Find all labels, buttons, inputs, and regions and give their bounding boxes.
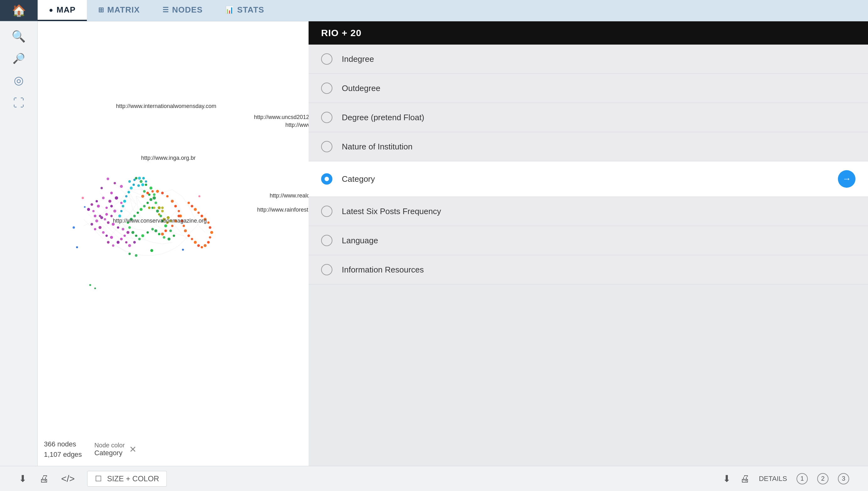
option-indegree[interactable]: Indegree [309,45,868,74]
svg-point-167 [105,213,108,216]
svg-point-149 [102,231,104,234]
size-color-label: SIZE + COLOR [107,474,159,483]
svg-point-249 [145,180,147,182]
code-icon[interactable]: </> [61,473,74,484]
details-circle-1[interactable]: 1 [797,473,808,484]
radio-nature[interactable] [321,141,332,152]
close-node-color-button[interactable]: ✕ [129,444,136,455]
svg-point-157 [128,244,131,247]
svg-line-14 [144,220,156,223]
svg-line-101 [113,232,120,239]
tab-nodes[interactable]: ☰ NODES [151,0,214,21]
option-outdegree[interactable]: Outdegree [309,74,868,103]
svg-point-201 [137,211,139,214]
option-degree-float[interactable]: Degree (pretend Float) [309,103,868,132]
radio-indegree[interactable] [321,53,332,65]
download-right-icon[interactable]: ⬇ [723,473,731,484]
svg-point-236 [197,211,199,214]
main-layout: 🔍 🔎 ◎ ⛶ [0,21,868,466]
svg-line-84 [197,220,202,226]
svg-point-244 [178,215,180,217]
matrix-tab-icon: ⊞ [98,6,104,14]
zoom-out-icon[interactable]: 🔎 [12,53,25,63]
option-latest-six-label: Latest Six Posts Frequency [342,207,856,216]
radio-latest-six[interactable] [321,206,332,217]
svg-point-181 [156,210,159,212]
svg-point-213 [156,190,159,193]
radio-category[interactable] [321,173,332,184]
option-outdegree-label: Outdegree [342,84,856,93]
svg-point-228 [204,244,206,247]
svg-line-16 [169,209,177,219]
svg-point-174 [145,184,147,186]
svg-point-263 [161,210,164,212]
svg-line-74 [116,246,124,251]
fullscreen-icon[interactable]: ⛶ [13,97,25,109]
home-icon: 🏠 [12,4,26,17]
svg-point-173 [140,180,143,183]
option-category[interactable]: Category → [309,162,868,197]
svg-point-191 [151,228,154,230]
tab-matrix[interactable]: ⊞ MATRIX [87,0,151,21]
svg-point-136 [108,200,111,202]
svg-point-277 [94,288,96,289]
zoom-in-icon[interactable]: 🔍 [11,31,26,42]
option-latest-six[interactable]: Latest Six Posts Frequency [309,197,868,226]
radio-degree-float[interactable] [321,112,332,123]
map-area[interactable]: http://www.internationalwomensday.com ht… [38,21,309,466]
download-icon[interactable]: ⬇ [19,473,27,484]
svg-line-44 [113,228,121,234]
svg-line-128 [129,198,136,204]
radio-outdegree[interactable] [321,83,332,94]
network-graph [38,21,309,466]
option-degree-float-label: Degree (pretend Float) [342,113,856,122]
svg-point-211 [147,192,149,194]
svg-point-166 [100,216,103,219]
svg-point-253 [130,186,133,189]
node-color-value: Category [94,449,125,457]
svg-point-204 [147,202,149,204]
option-info-resources[interactable]: Information Resources [309,255,868,284]
svg-point-200 [133,215,136,217]
svg-point-207 [150,249,153,252]
svg-point-266 [166,221,168,224]
svg-line-21 [182,196,189,206]
svg-point-269 [161,207,164,209]
target-icon[interactable]: ◎ [14,75,24,86]
svg-point-206 [153,193,156,196]
svg-point-276 [89,284,91,286]
details-label: DETAILS [759,475,787,483]
svg-point-218 [178,210,180,212]
svg-point-146 [91,223,93,225]
bottom-bar-right: ⬇ 🖨 DETAILS 1 2 3 [723,473,849,484]
svg-point-155 [120,238,123,240]
radio-info-resources[interactable] [321,264,332,275]
node-color-info: Node color Category ✕ [94,442,136,457]
svg-line-23 [193,216,198,226]
radio-language[interactable] [321,235,332,246]
size-color-button[interactable]: ☐ SIZE + COLOR [87,471,167,487]
option-nature[interactable]: Nature of Institution [309,132,868,162]
category-arrow-button[interactable]: → [838,170,856,188]
details-circle-2[interactable]: 2 [817,473,829,484]
svg-line-25 [153,223,162,229]
app-logo[interactable]: 🏠 [0,0,38,21]
print-right-icon[interactable]: 🖨 [740,473,749,484]
map-stats: 366 nodes 1,107 edges [44,439,82,460]
print-icon[interactable]: 🖨 [39,473,49,484]
tab-stats[interactable]: 📊 STATS [214,0,275,21]
svg-line-32 [133,234,143,239]
svg-point-163 [112,223,115,225]
svg-point-258 [120,210,122,212]
svg-point-268 [167,216,169,219]
details-circle-3[interactable]: 3 [838,473,849,484]
svg-point-223 [188,234,190,237]
svg-point-137 [102,197,104,199]
option-indegree-label: Indegree [342,54,856,64]
tab-map[interactable]: ● MAP [38,0,87,21]
svg-point-261 [153,207,155,209]
svg-point-169 [113,210,116,212]
option-language[interactable]: Language [309,226,868,255]
svg-point-241 [164,230,167,232]
svg-point-248 [143,177,145,179]
